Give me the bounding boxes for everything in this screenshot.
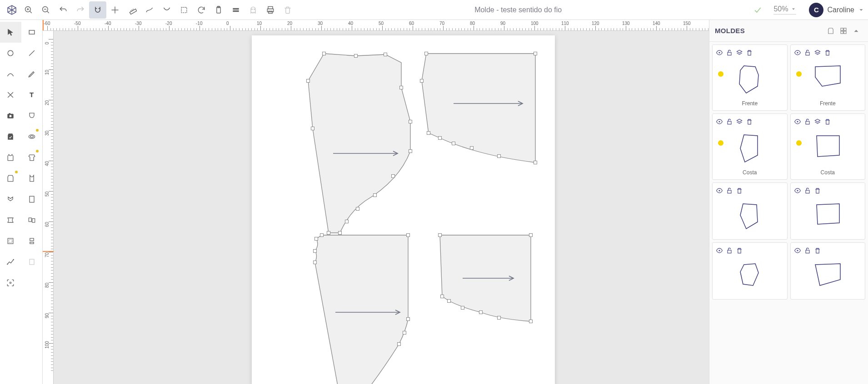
trash-icon[interactable] [823, 49, 832, 57]
trash-icon[interactable] [813, 246, 822, 255]
tool-text[interactable]: T [21, 84, 43, 105]
tool-circle[interactable] [0, 43, 21, 64]
eye-icon[interactable] [715, 118, 723, 126]
collapse-icon[interactable] [850, 25, 863, 37]
svg-line-17 [132, 10, 132, 10]
svg-rect-68 [806, 190, 809, 193]
stack-button[interactable] [227, 1, 244, 19]
lock-icon[interactable] [725, 118, 733, 126]
paste-button[interactable] [210, 1, 227, 19]
tool-blank[interactable] [21, 251, 43, 272]
magnet-button[interactable] [89, 1, 106, 19]
svg-point-46 [13, 259, 14, 261]
avatar: C [809, 3, 823, 17]
trash-icon[interactable] [735, 246, 743, 255]
lock-icon[interactable] [725, 49, 733, 57]
tool-pieces[interactable] [21, 210, 43, 231]
layers-icon[interactable] [735, 118, 743, 126]
molde-card[interactable]: Costa [790, 113, 866, 180]
trash-icon[interactable] [735, 187, 743, 195]
molde-card[interactable] [712, 242, 788, 300]
tool-empty[interactable] [21, 272, 43, 293]
svg-point-45 [7, 264, 8, 265]
undo-button[interactable] [55, 1, 72, 19]
tool-vest[interactable] [21, 168, 43, 189]
trash-icon[interactable] [745, 118, 753, 126]
tool-chart[interactable] [0, 251, 21, 272]
lock-icon[interactable] [803, 118, 812, 126]
molde-card[interactable] [790, 242, 866, 300]
svg-rect-54 [844, 28, 846, 30]
tool-bezier[interactable] [0, 64, 21, 84]
molde-card[interactable]: Frente [712, 44, 788, 111]
refresh-button[interactable] [193, 1, 210, 19]
tool-cursor[interactable] [0, 22, 21, 43]
zoom-in-button[interactable] [20, 1, 37, 19]
tool-tape[interactable] [21, 126, 43, 147]
trash-icon[interactable] [745, 49, 753, 57]
molde-label: Frente [715, 98, 784, 108]
molde-card[interactable]: Costa [712, 113, 788, 180]
lock-icon[interactable] [725, 246, 733, 255]
check-button[interactable] [749, 1, 766, 19]
lock-icon[interactable] [803, 246, 812, 255]
molde-card[interactable] [790, 182, 866, 240]
ruler-button[interactable] [124, 1, 141, 19]
lock-icon[interactable] [725, 187, 733, 195]
tool-tank[interactable] [0, 147, 21, 168]
eye-icon[interactable] [715, 246, 723, 255]
eye-icon[interactable] [793, 187, 802, 195]
trash-button[interactable] [279, 1, 296, 19]
tool-seam[interactable] [0, 231, 21, 251]
layers-icon[interactable] [735, 49, 743, 57]
curve-tool-button[interactable] [141, 1, 158, 19]
tool-sleeve[interactable] [21, 147, 43, 168]
piece-icon[interactable] [824, 25, 837, 37]
redo-button[interactable] [72, 1, 89, 19]
eye-icon[interactable] [793, 246, 802, 255]
tool-waist[interactable] [0, 210, 21, 231]
tool-bodice-dot[interactable] [0, 168, 21, 189]
molde-card[interactable]: Frente [790, 44, 866, 111]
tool-scan[interactable] [0, 272, 21, 293]
tool-bodice-check[interactable] [0, 126, 21, 147]
trash-icon[interactable] [813, 187, 822, 195]
lock-icon[interactable] [803, 187, 812, 195]
ghost-button[interactable] [244, 1, 262, 19]
tool-panel[interactable] [21, 189, 43, 210]
eye-icon[interactable] [793, 49, 802, 57]
crosshair-button[interactable] [106, 1, 124, 19]
pattern-piece[interactable] [272, 231, 417, 384]
pattern-piece[interactable] [381, 49, 540, 169]
left-tool-strip: T [0, 20, 43, 384]
grid-icon[interactable] [837, 25, 850, 37]
tool-cuff[interactable] [21, 231, 43, 251]
path-tool-button[interactable] [158, 1, 175, 19]
user-menu[interactable]: C Caroline [809, 3, 864, 17]
pattern-piece[interactable] [417, 231, 544, 341]
eye-icon[interactable] [715, 187, 723, 195]
lock-icon[interactable] [803, 49, 812, 57]
tool-pocket[interactable] [21, 105, 43, 126]
svg-rect-22 [233, 8, 239, 9]
tool-collar[interactable] [0, 189, 21, 210]
app-logo[interactable] [4, 2, 20, 18]
trash-icon[interactable] [823, 118, 832, 126]
eye-icon[interactable] [715, 49, 723, 57]
molde-grid: FrenteFrenteCostaCosta [709, 42, 868, 302]
layers-icon[interactable] [813, 118, 822, 126]
tool-rectangle[interactable] [21, 22, 43, 43]
tool-pencil[interactable] [21, 64, 43, 84]
tool-scissors[interactable] [0, 84, 21, 105]
tool-camera[interactable] [0, 105, 21, 126]
tool-line[interactable] [21, 43, 43, 64]
svg-point-36 [10, 115, 12, 117]
bounding-button[interactable] [175, 1, 193, 19]
print-button[interactable] [262, 1, 279, 19]
zoom-out-button[interactable] [37, 1, 55, 19]
layers-icon[interactable] [813, 49, 822, 57]
eye-icon[interactable] [793, 118, 802, 126]
canvas[interactable] [54, 31, 709, 384]
zoom-selector[interactable]: 50% [773, 5, 796, 15]
molde-card[interactable] [712, 182, 788, 240]
